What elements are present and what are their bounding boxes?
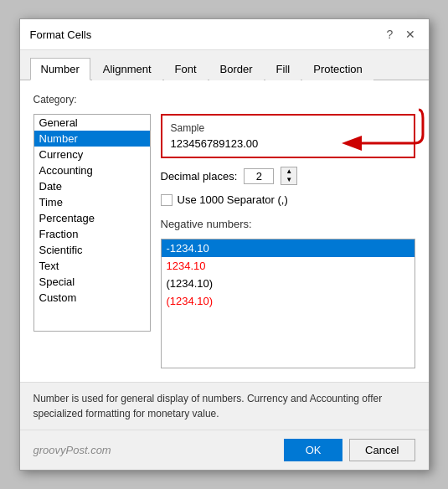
neg-item-2[interactable]: 1234.10 (162, 257, 415, 275)
spinner-up[interactable]: ▲ (281, 167, 296, 176)
watermark: groovyPost.com (33, 444, 111, 456)
separator-row: Use 1000 Separator (,) (161, 193, 415, 206)
neg-item-4[interactable]: (1234.10) (162, 292, 415, 310)
footer-buttons: OK Cancel (284, 439, 415, 461)
right-panel: Sample 123456789123.00 (161, 114, 415, 368)
cat-item-percentage[interactable]: Percentage (34, 210, 150, 226)
tab-alignment[interactable]: Alignment (92, 58, 162, 80)
sample-section: Sample 123456789123.00 (161, 114, 415, 158)
decimal-input[interactable] (244, 168, 274, 184)
spinner-down[interactable]: ▼ (281, 176, 296, 184)
cat-item-time[interactable]: Time (34, 194, 150, 210)
dialog-title: Format Cells (30, 28, 92, 41)
cat-item-custom[interactable]: Custom (34, 290, 150, 306)
category-list[interactable]: General Number Currency Accounting Date … (33, 114, 151, 332)
title-bar-right: ? ✕ (382, 26, 419, 43)
cat-item-accounting[interactable]: Accounting (34, 162, 150, 178)
title-bar: Format Cells ? ✕ (20, 19, 429, 50)
cat-item-general[interactable]: General (34, 115, 150, 131)
description-area: Number is used for general display of nu… (20, 382, 429, 430)
decimal-label: Decimal places: (161, 170, 238, 183)
tab-content: Category: General Number Currency Accoun… (20, 80, 429, 382)
tab-font[interactable]: Font (164, 58, 208, 80)
tab-fill[interactable]: Fill (265, 58, 301, 80)
cat-item-special[interactable]: Special (34, 274, 150, 290)
close-button[interactable]: ✕ (402, 26, 419, 43)
format-cells-dialog: Format Cells ? ✕ Number Alignment Font B… (19, 18, 430, 471)
sample-box: Sample 123456789123.00 (161, 114, 415, 158)
separator-label: Use 1000 Separator (,) (178, 193, 288, 206)
sample-label: Sample (171, 122, 405, 134)
footer: groovyPost.com OK Cancel (20, 430, 429, 470)
cancel-button[interactable]: Cancel (349, 439, 415, 461)
cat-item-currency[interactable]: Currency (34, 147, 150, 162)
neg-item-1[interactable]: -1234.10 (162, 239, 415, 257)
tab-bar: Number Alignment Font Border Fill Protec… (20, 50, 429, 80)
cat-item-text[interactable]: Text (34, 258, 150, 274)
cat-item-date[interactable]: Date (34, 178, 150, 194)
neg-item-3[interactable]: (1234.10) (162, 275, 415, 292)
tab-border[interactable]: Border (209, 58, 264, 80)
negative-label: Negative numbers: (161, 218, 415, 230)
description-text: Number is used for general display of nu… (33, 393, 383, 420)
ok-button[interactable]: OK (284, 439, 342, 461)
negative-list[interactable]: -1234.10 1234.10 (1234.10) (1234.10) (161, 239, 415, 368)
category-label: Category: (33, 94, 415, 106)
separator-checkbox[interactable] (161, 194, 173, 206)
help-button[interactable]: ? (382, 26, 399, 43)
decimal-row: Decimal places: ▲ ▼ (161, 167, 415, 185)
tab-number[interactable]: Number (30, 58, 90, 80)
cat-item-scientific[interactable]: Scientific (34, 242, 150, 258)
cat-item-number[interactable]: Number (34, 131, 150, 147)
decimal-spinner: ▲ ▼ (281, 167, 297, 185)
main-row: General Number Currency Accounting Date … (33, 114, 415, 368)
title-bar-left: Format Cells (30, 28, 92, 41)
tab-protection[interactable]: Protection (302, 58, 373, 80)
sample-value: 123456789123.00 (171, 137, 405, 150)
cat-item-fraction[interactable]: Fraction (34, 226, 150, 242)
